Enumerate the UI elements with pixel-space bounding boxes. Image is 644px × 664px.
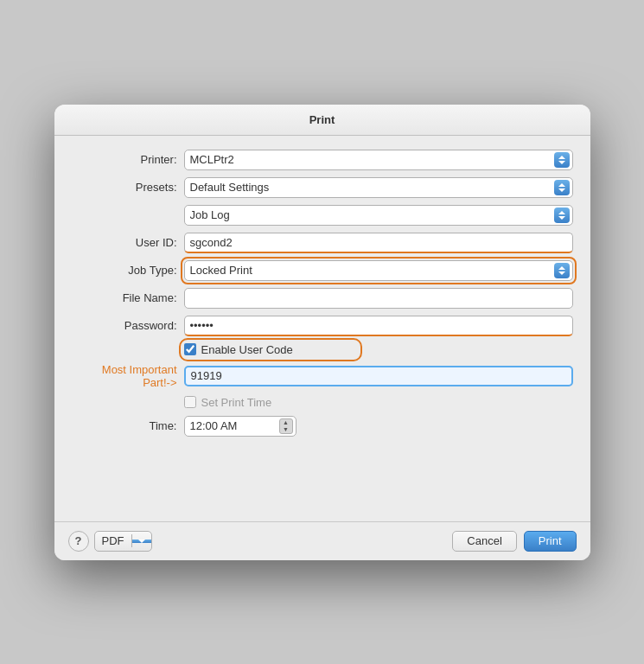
user-id-control xyxy=(184,233,573,253)
job-type-select[interactable]: Locked Print xyxy=(184,260,573,281)
presets-select-wrapper: Default Settings xyxy=(184,177,573,198)
footer-left: ? PDF xyxy=(68,531,152,552)
presets-row: Presets: Default Settings xyxy=(72,177,573,198)
password-row: Password: xyxy=(72,316,573,336)
footer-right: Cancel Print xyxy=(452,531,576,552)
enable-user-code-checkbox[interactable] xyxy=(184,343,196,355)
printer-control: MCLPtr2 xyxy=(184,150,573,170)
panel-select-wrapper: Job Log xyxy=(184,205,573,226)
user-code-important-label: Most Important Part!-> xyxy=(72,363,184,389)
panel-control: Job Log xyxy=(184,205,573,226)
dialog-body: Printer: MCLPtr2 Presets: xyxy=(54,136,590,521)
file-name-input[interactable] xyxy=(184,288,573,309)
panel-select[interactable]: Job Log xyxy=(184,205,573,226)
print-button[interactable]: Print xyxy=(524,531,577,552)
set-print-time-checkbox[interactable] xyxy=(184,396,196,408)
panel-row: Job Log xyxy=(72,205,573,226)
enable-user-code-label: Enable User Code xyxy=(201,343,293,356)
time-row: Time: ▲ ▼ xyxy=(72,416,573,437)
cancel-button[interactable]: Cancel xyxy=(452,531,516,552)
user-id-label: User ID: xyxy=(72,236,184,249)
enable-user-code-wrapper: Enable User Code xyxy=(184,343,293,356)
enable-user-code-row: Enable User Code xyxy=(72,343,573,356)
printer-select[interactable]: MCLPtr2 xyxy=(184,150,573,170)
presets-select[interactable]: Default Settings xyxy=(184,177,573,198)
printer-select-wrapper: MCLPtr2 xyxy=(184,150,573,170)
time-input-wrapper: ▲ ▼ xyxy=(184,416,296,437)
password-control xyxy=(184,316,573,336)
user-id-input[interactable] xyxy=(184,233,573,253)
pdf-button[interactable]: PDF xyxy=(94,531,152,552)
user-id-row: User ID: xyxy=(72,233,573,253)
dialog-footer: ? PDF Cancel Print xyxy=(54,521,590,560)
user-code-control xyxy=(184,366,573,386)
job-type-row: Job Type: Locked Print xyxy=(72,260,573,281)
job-type-label: Job Type: xyxy=(72,264,184,277)
help-button[interactable]: ? xyxy=(68,531,89,552)
presets-control: Default Settings xyxy=(184,177,573,198)
job-type-control: Locked Print xyxy=(184,260,573,281)
dialog-title-bar: Print xyxy=(54,105,590,136)
pdf-label: PDF xyxy=(95,534,132,547)
set-print-time-row: Set Print Time xyxy=(72,396,573,409)
time-stepper-down-button[interactable]: ▼ xyxy=(280,426,292,433)
password-label: Password: xyxy=(72,319,184,332)
job-type-select-wrapper: Locked Print xyxy=(184,260,573,281)
file-name-label: File Name: xyxy=(72,291,184,304)
print-dialog: Print Printer: MCLPtr2 Presets: xyxy=(54,105,590,560)
file-name-row: File Name: xyxy=(72,288,573,309)
printer-label: Printer: xyxy=(72,153,184,166)
time-control: ▲ ▼ xyxy=(184,416,573,437)
dialog-title: Print xyxy=(309,113,335,126)
time-stepper-up-button[interactable]: ▲ xyxy=(280,419,292,426)
presets-label: Presets: xyxy=(72,181,184,194)
user-code-input[interactable] xyxy=(184,366,573,386)
spacer xyxy=(72,444,573,513)
time-stepper[interactable]: ▲ ▼ xyxy=(279,418,293,434)
user-code-row: Most Important Part!-> xyxy=(72,363,573,389)
set-print-time-label: Set Print Time xyxy=(201,396,272,409)
pdf-arrow-icon xyxy=(132,540,151,543)
printer-row: Printer: MCLPtr2 xyxy=(72,150,573,170)
time-label: Time: xyxy=(72,419,184,432)
password-input[interactable] xyxy=(184,316,573,336)
file-name-control xyxy=(184,288,573,309)
